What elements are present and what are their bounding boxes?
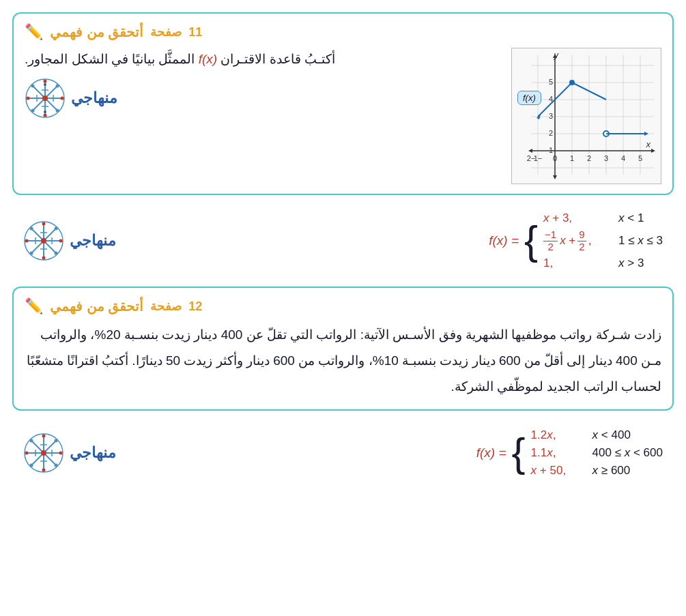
svg-marker-16: [651, 149, 655, 153]
logo-area-11: منهاجي: [25, 78, 117, 119]
piecewise-cases-1: x + 3, x < 1 −1 2 x + 9 2 ,: [543, 211, 663, 270]
case-expr-1-0: x + 3,: [543, 211, 612, 225]
check-header-11: 11 صفحة أتحقق من فهمي ✏️: [25, 23, 661, 41]
svg-point-91: [55, 439, 58, 443]
piecewise-case-2-1: 1.1x, 400 ≤ x < 600: [531, 446, 663, 460]
svg-text:y: y: [554, 50, 560, 60]
piecewise-case-2-2: x + 50, x ≥ 600: [531, 464, 663, 478]
svg-point-54: [31, 109, 35, 113]
snowflake-logo-11: [25, 78, 66, 119]
frac-neg-half: −1 2: [543, 229, 558, 252]
brace-2: {: [512, 432, 526, 473]
graph-svg: x y −2 −1 0 1 2 3 4 5 1 2 3: [511, 48, 661, 185]
svg-point-90: [55, 464, 58, 467]
svg-point-61: [44, 111, 46, 113]
case-cond-1-0: x < 1: [618, 211, 644, 225]
snowflake-logo-ans1: [23, 220, 64, 261]
svg-point-60: [44, 83, 46, 86]
svg-text:4: 4: [621, 154, 625, 162]
svg-point-75: [41, 238, 46, 244]
brace-1: {: [524, 220, 538, 261]
logo-area-ans1: منهاجي: [23, 220, 116, 261]
svg-point-52: [56, 109, 59, 113]
page-label-11: صفحة: [150, 25, 182, 40]
answer-box-1: f(x) = { x + 3, x < 1 −1 2 x + 9: [12, 205, 674, 277]
svg-marker-41: [644, 132, 648, 136]
piecewise-case-1-0: x + 3, x < 1: [543, 211, 663, 225]
svg-point-73: [55, 227, 58, 231]
piecewise-case-2-0: 1.2x, x < 400: [531, 428, 663, 442]
piecewise-cases-2: 1.2x, x < 400 1.1x, 400 ≤ x < 600 x + 50…: [531, 428, 663, 478]
svg-point-67: [42, 222, 46, 226]
svg-text:3: 3: [604, 154, 608, 162]
svg-point-87: [25, 452, 29, 455]
case-cond-1-1: 1 ≤ x ≤ 3: [618, 234, 663, 248]
svg-text:1: 1: [549, 146, 553, 154]
case-expr-2-2: x + 50,: [531, 464, 586, 478]
case-expr-1-2: 1,: [543, 256, 612, 270]
q1-layout: f(x): [25, 48, 661, 184]
fx-box-label: f(x): [517, 91, 541, 105]
piecewise-case-1-2: 1, x > 3: [543, 256, 663, 270]
piecewise-case-1-1: −1 2 x + 9 2 , 1 ≤ x ≤ 3: [543, 229, 663, 252]
svg-text:0: 0: [553, 154, 557, 162]
pencil-icon-12: ✏️: [25, 297, 43, 315]
svg-point-55: [42, 96, 48, 101]
case-cond-2-1: 400 ≤ x < 600: [592, 446, 663, 460]
svg-point-93: [41, 450, 46, 456]
svg-marker-17: [528, 149, 532, 153]
check-title-12: أتحقق من فهمي: [50, 298, 143, 314]
q1-text-side: أكتـبُ قاعدة الاقتـران f(x) الممثَّل بيا…: [25, 48, 498, 119]
svg-text:1: 1: [570, 154, 574, 162]
question-text-11: أكتـبُ قاعدة الاقتـران f(x) الممثَّل بيا…: [25, 48, 335, 71]
check-title-11: أتحقق من فهمي: [50, 24, 143, 40]
svg-point-51: [31, 85, 35, 88]
page-num-11: 11: [188, 25, 202, 40]
case-expr-2-1: 1.1x,: [531, 446, 586, 460]
fx-label-1: f(x) =: [489, 233, 519, 248]
svg-point-50: [61, 97, 64, 100]
paragraph-12: زادت شـركة رواتب موظفيها الشهرية وفق الأ…: [25, 322, 661, 400]
section-check-11: 11 صفحة أتحقق من فهمي ✏️ f(x): [12, 12, 674, 195]
answer-box-2: f(x) = { 1.2x, x < 400 1.1x, 400 ≤ x < 6…: [12, 420, 674, 486]
pencil-icon-11: ✏️: [25, 23, 43, 41]
svg-text:2: 2: [549, 129, 553, 137]
svg-point-71: [30, 227, 33, 231]
svg-text:5: 5: [549, 78, 553, 86]
piecewise-2: f(x) = { 1.2x, x < 400 1.1x, 400 ≤ x < 6…: [476, 428, 663, 478]
svg-point-88: [59, 452, 63, 455]
case-cond-2-2: x ≥ 600: [592, 464, 631, 478]
case-expr-1-1: −1 2 x + 9 2 ,: [543, 229, 612, 252]
graph-side: f(x): [511, 48, 661, 184]
svg-point-86: [42, 469, 46, 472]
case-expr-2-0: 1.2x,: [531, 428, 586, 442]
svg-point-69: [25, 239, 29, 243]
logo-text-11: منهاجي: [71, 89, 117, 107]
svg-point-74: [30, 252, 33, 255]
frac-nine-half: 9 2: [577, 229, 586, 252]
svg-point-68: [42, 256, 46, 260]
case-cond-1-2: x > 3: [618, 256, 644, 270]
case-cond-2-0: x < 400: [592, 428, 631, 442]
svg-point-48: [44, 114, 47, 117]
svg-point-70: [59, 239, 63, 243]
svg-point-85: [42, 435, 46, 438]
logo-area-ans2: منهاجي: [23, 432, 116, 473]
svg-point-53: [56, 85, 59, 88]
svg-text:2: 2: [587, 154, 591, 162]
page-label-12: صفحة: [150, 299, 182, 314]
svg-text:3: 3: [549, 112, 553, 120]
svg-text:5: 5: [638, 154, 642, 162]
section-check-12: 12 صفحة أتحقق من فهمي ✏️ زادت شـركة روات…: [12, 287, 674, 411]
logo-text-ans2: منهاجي: [70, 444, 116, 462]
snowflake-logo-ans2: [23, 432, 64, 473]
page-num-12: 12: [188, 299, 202, 314]
svg-point-72: [55, 252, 58, 255]
graph-container: f(x): [511, 48, 661, 184]
svg-text:−1: −1: [534, 154, 543, 162]
piecewise-1: f(x) = { x + 3, x < 1 −1 2 x + 9: [489, 211, 663, 270]
svg-point-89: [30, 439, 33, 443]
svg-marker-19: [553, 175, 557, 179]
logo-text-ans1: منهاجي: [70, 232, 116, 250]
svg-text:x: x: [646, 139, 651, 149]
